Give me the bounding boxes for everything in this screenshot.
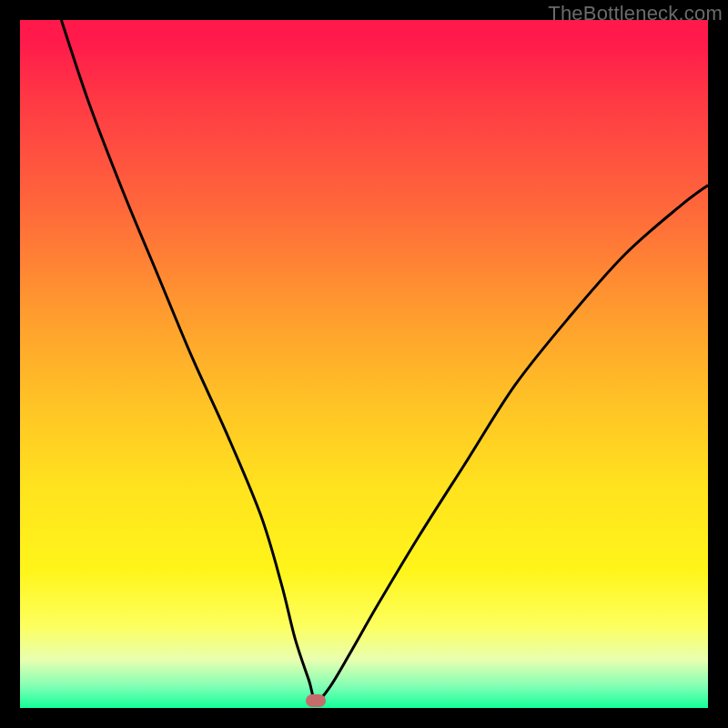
watermark-text: TheBottleneck.com <box>548 2 723 25</box>
bottleneck-curve <box>20 20 708 708</box>
plot-frame <box>20 20 708 708</box>
optimal-point-marker <box>306 694 326 707</box>
